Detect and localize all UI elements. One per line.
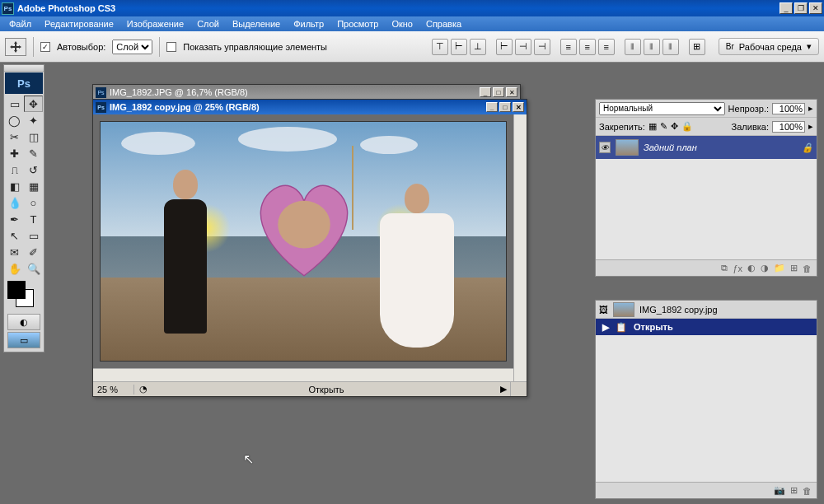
align-buttons: ⊤ ⊢ ⊥ ⊢ ⊣ ⊣ ≡ ≡ ≡ ⦀ ⦀ ⦀ ⊞ — [432, 39, 705, 55]
hand-tool[interactable]: ✋ — [5, 260, 24, 277]
menu-filter[interactable]: Фильтр — [288, 17, 330, 30]
align-left-button[interactable]: ⊢ — [496, 39, 513, 55]
brush-tool[interactable]: ✎ — [24, 145, 43, 161]
move-tool[interactable]: ✥ — [24, 96, 43, 112]
path-tool[interactable]: ↖ — [5, 227, 24, 244]
lock-all-icon[interactable]: 🔒 — [681, 121, 693, 132]
action-step-label: Открыть — [634, 322, 673, 332]
scrollbar-horizontal[interactable] — [93, 368, 513, 381]
crop-tool[interactable]: ✂ — [5, 128, 24, 145]
align-hcenter-button[interactable]: ⊣ — [515, 39, 531, 55]
lock-move-icon[interactable]: ✥ — [671, 121, 678, 132]
menu-layer[interactable]: Слой — [191, 17, 225, 30]
move-tool-icon[interactable] — [5, 38, 26, 56]
blend-mode-select[interactable]: Нормальный — [599, 102, 725, 115]
heal-tool[interactable]: ✚ — [5, 145, 24, 161]
align-vcenter-button[interactable]: ⊢ — [451, 39, 467, 55]
auto-select-dropdown[interactable]: Слой — [112, 40, 152, 54]
marquee-tool[interactable]: ▭ — [5, 96, 24, 112]
align-bottom-button[interactable]: ⊥ — [470, 39, 486, 55]
menu-select[interactable]: Выделение — [227, 17, 286, 30]
link-icon[interactable]: ⧉ — [721, 263, 728, 273]
blur-tool[interactable]: 💧 — [5, 194, 24, 211]
gradient-tool[interactable]: ▦ — [24, 178, 43, 194]
layer-thumb — [616, 139, 639, 156]
lasso-tool[interactable]: ◯ — [5, 112, 24, 128]
auto-select-label: Автовыбор: — [57, 42, 105, 52]
new-layer-icon[interactable]: ⊞ — [790, 263, 798, 273]
restore-button[interactable]: ❐ — [794, 2, 808, 14]
history-step-open[interactable]: ▶ 📋 Открыть — [596, 319, 817, 335]
menu-help[interactable]: Справка — [420, 17, 467, 30]
options-bar: ✓ Автовыбор: Слой Показать управляющие э… — [0, 31, 824, 63]
trash-icon[interactable]: 🗑 — [803, 264, 812, 273]
screenmode-button[interactable]: ▭ — [7, 332, 40, 348]
distribute-hcenter-button[interactable]: ⦀ — [644, 39, 660, 55]
doc-back-max[interactable]: □ — [493, 87, 504, 97]
distribute-vcenter-button[interactable]: ≡ — [579, 39, 596, 55]
folder-icon[interactable]: 📁 — [774, 263, 785, 273]
wand-tool[interactable]: ✦ — [24, 112, 43, 128]
color-swatches[interactable] — [4, 278, 44, 310]
workspace-button[interactable]: Br Рабочая среда ▾ — [719, 38, 819, 55]
canvas[interactable] — [93, 114, 513, 368]
opacity-field[interactable]: 100% — [772, 103, 805, 114]
adjust-icon[interactable]: ◑ — [761, 263, 769, 273]
quickmask-button[interactable]: ◐ — [7, 314, 40, 330]
status-arrow-icon[interactable]: ▶ — [500, 384, 510, 394]
distribute-bottom-button[interactable]: ≡ — [598, 39, 615, 55]
layer-background[interactable]: 👁 Задний план 🔒 — [596, 136, 817, 159]
notes-tool[interactable]: ✉ — [5, 244, 24, 260]
doc-front-max[interactable]: □ — [499, 102, 511, 112]
history-brush-tool[interactable]: ↺ — [24, 161, 43, 178]
type-tool[interactable]: T — [24, 211, 43, 227]
slice-tool[interactable]: ◫ — [24, 128, 43, 145]
minimize-button[interactable]: _ — [780, 2, 793, 14]
close-button[interactable]: ✕ — [809, 2, 822, 14]
distribute-left-button[interactable]: ⦀ — [625, 39, 641, 55]
align-right-button[interactable]: ⊣ — [534, 39, 550, 55]
new-snapshot-icon[interactable]: 📷 — [774, 485, 785, 496]
zoom-field[interactable]: 25 % — [93, 385, 134, 394]
show-controls-checkbox[interactable] — [166, 42, 176, 52]
auto-select-checkbox[interactable]: ✓ — [40, 42, 50, 52]
foreground-color[interactable] — [7, 281, 26, 299]
shape-tool[interactable]: ▭ — [24, 227, 43, 244]
lock-pixels-icon[interactable]: ▦ — [648, 121, 657, 132]
visibility-icon[interactable]: 👁 — [599, 142, 611, 153]
eyedropper-tool[interactable]: ✐ — [24, 244, 43, 260]
lock-brush-icon[interactable]: ✎ — [660, 121, 667, 132]
new-doc-icon[interactable]: ⊞ — [790, 485, 798, 496]
menu-view[interactable]: Просмотр — [331, 17, 384, 30]
mask-icon[interactable]: ◐ — [747, 263, 756, 273]
pen-tool[interactable]: ✒ — [5, 211, 24, 227]
menu-edit[interactable]: Редактирование — [39, 17, 119, 30]
trash-icon[interactable]: 🗑 — [803, 486, 812, 496]
auto-align-button[interactable]: ⊞ — [689, 39, 705, 55]
doc-front-close[interactable]: ✕ — [513, 102, 524, 112]
align-top-button[interactable]: ⊤ — [432, 39, 448, 55]
distribute-right-button[interactable]: ⦀ — [662, 39, 679, 55]
info-icon[interactable]: ◔ — [134, 384, 152, 394]
doc-back-min[interactable]: _ — [480, 87, 491, 97]
layer-list[interactable]: 👁 Задний план 🔒 — [596, 136, 817, 259]
toolbox-grip[interactable] — [4, 65, 44, 72]
fill-arrow-icon[interactable]: ▸ — [808, 121, 813, 132]
distribute-top-button[interactable]: ≡ — [560, 39, 577, 55]
doc-front-min[interactable]: _ — [486, 102, 498, 112]
show-controls-label: Показать управляющие элементы — [183, 42, 327, 52]
fx-icon[interactable]: ƒx — [733, 264, 742, 273]
menu-window[interactable]: Окно — [386, 17, 419, 30]
opacity-arrow-icon[interactable]: ▸ — [808, 103, 813, 114]
eraser-tool[interactable]: ◧ — [5, 178, 24, 194]
zoom-tool[interactable]: 🔍 — [24, 260, 43, 277]
menu-file[interactable]: Файл — [3, 17, 37, 30]
fill-field[interactable]: 100% — [772, 121, 805, 133]
doc-back-close[interactable]: ✕ — [506, 87, 517, 97]
document-window-front[interactable]: Ps IMG_1892 copy.jpg @ 25% (RGB/8) _ □ ✕ — [92, 99, 527, 397]
dodge-tool[interactable]: ○ — [24, 194, 43, 211]
history-icon[interactable]: 🖼 — [599, 305, 608, 315]
stamp-tool[interactable]: ⎍ — [5, 161, 24, 178]
scrollbar-vertical[interactable] — [513, 114, 527, 381]
menu-image[interactable]: Изображение — [121, 17, 190, 30]
